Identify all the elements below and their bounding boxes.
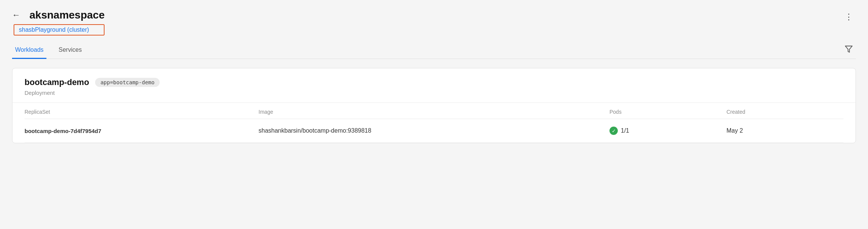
table-header: ReplicaSet Image Pods Created (25, 103, 843, 119)
cell-pods: ✓ 1/1 (609, 127, 726, 135)
col-replicaset: ReplicaSet (25, 109, 259, 115)
back-button[interactable]: ← (12, 10, 23, 20)
deployment-name-row: bootcamp-demo app=bootcamp-demo (25, 77, 843, 87)
table-row: bootcamp-demo-7d4f7954d7 shashankbarsin/… (25, 119, 843, 143)
filter-icon (845, 45, 853, 53)
deployment-label-badge: app=bootcamp-demo (95, 78, 160, 87)
page-title: aksnamespace (29, 9, 105, 21)
cluster-badge[interactable]: shasbPlayground (cluster) (14, 24, 105, 36)
svg-marker-0 (845, 46, 852, 53)
deployment-name: bootcamp-demo (25, 77, 89, 87)
cell-created: May 2 (726, 127, 843, 134)
deployment-header: bootcamp-demo app=bootcamp-demo Deployme… (12, 68, 856, 103)
col-created: Created (726, 109, 843, 115)
filter-button[interactable] (842, 43, 856, 57)
back-icon: ← (12, 10, 20, 20)
header-right: ⋮ (842, 11, 856, 23)
tabs: Workloads Services (12, 42, 94, 59)
cell-replicaset: bootcamp-demo-7d4f7954d7 (25, 128, 259, 134)
more-icon: ⋮ (845, 12, 853, 22)
header-left: ← aksnamespace shasbPlayground (cluster) (12, 9, 105, 36)
tab-workloads[interactable]: Workloads (12, 42, 46, 59)
header-section: ← aksnamespace shasbPlayground (cluster)… (12, 9, 856, 36)
content-card: bootcamp-demo app=bootcamp-demo Deployme… (12, 68, 856, 143)
title-row: ← aksnamespace (12, 9, 105, 21)
pods-check-icon: ✓ (609, 127, 618, 135)
cell-image: shashankbarsin/bootcamp-demo:9389818 (259, 127, 609, 134)
col-image: Image (259, 109, 609, 115)
page-container: ← aksnamespace shasbPlayground (cluster)… (0, 0, 868, 229)
pods-count: 1/1 (621, 127, 629, 134)
col-pods: Pods (609, 109, 726, 115)
tabs-row: Workloads Services (12, 42, 856, 59)
tab-services[interactable]: Services (55, 42, 85, 59)
table-section: ReplicaSet Image Pods Created bootcamp-d… (12, 103, 856, 143)
deployment-type: Deployment (25, 90, 55, 96)
more-button[interactable]: ⋮ (842, 11, 856, 23)
